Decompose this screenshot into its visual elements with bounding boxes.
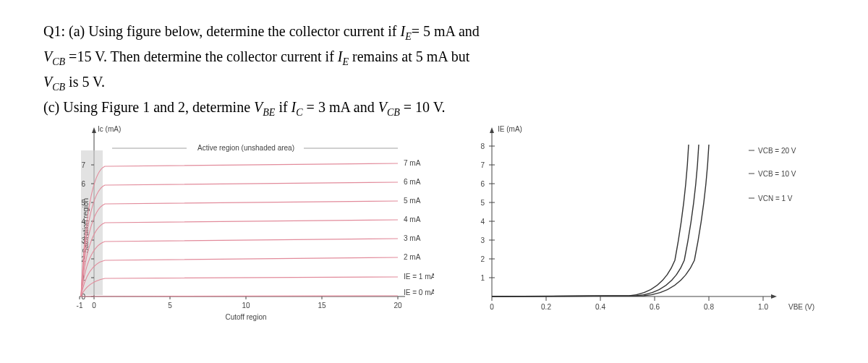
- chart1-curves: [81, 163, 398, 296]
- svg-text:3: 3: [480, 236, 485, 244]
- svg-text:20: 20: [393, 302, 402, 309]
- svg-text:4: 4: [480, 218, 485, 226]
- svg-text:4: 4: [81, 218, 85, 226]
- svg-text:6: 6: [81, 180, 85, 188]
- svg-text:IE = 0 mA: IE = 0 mA: [404, 289, 434, 296]
- chart2-y-ticks: 1 2 3 4 5 6 7 8: [480, 142, 495, 282]
- svg-text:0.2: 0.2: [541, 303, 551, 311]
- svg-text:2 mA: 2 mA: [404, 253, 421, 261]
- svg-text:0: 0: [92, 302, 96, 309]
- chart2-x-ticks: 0 0.2 0.4 0.6 0.8 1.0: [490, 296, 768, 311]
- chart2-curves: [492, 145, 709, 296]
- svg-text:1.0: 1.0: [758, 303, 768, 311]
- chart1-y-label: Ic (mA): [98, 125, 121, 133]
- svg-text:IE = 1 mA: IE = 1 mA: [404, 273, 434, 281]
- svg-text:8: 8: [480, 142, 485, 150]
- svg-text:3 mA: 3 mA: [404, 234, 421, 242]
- question-line-4: (c) Using Figure 1 and 2, determine VBE …: [43, 98, 839, 120]
- svg-text:-1: -1: [77, 302, 83, 309]
- svg-text:7: 7: [480, 161, 485, 169]
- svg-text:0: 0: [490, 303, 494, 311]
- svg-text:0.8: 0.8: [704, 303, 714, 311]
- svg-text:5: 5: [81, 199, 85, 207]
- svg-text:VCN = 1 V: VCN = 1 V: [758, 195, 793, 202]
- svg-text:VCB = 10 V: VCB = 10 V: [758, 170, 796, 178]
- chart2-x-label: VBE (V): [788, 303, 814, 311]
- svg-text:1: 1: [480, 274, 485, 282]
- figure-2: IE (mA) 1 2 3 4 5 6 7 8 0 0.2 0.4: [456, 123, 832, 325]
- svg-text:5 mA: 5 mA: [404, 197, 421, 205]
- chart2-curve-labels: VCB = 20 V VCB = 10 V VCN = 1 V: [749, 147, 796, 202]
- svg-text:6: 6: [480, 180, 485, 188]
- svg-marker-47: [771, 294, 777, 299]
- svg-text:0.6: 0.6: [650, 303, 660, 311]
- chart2-y-label: IE (mA): [498, 125, 522, 133]
- svg-text:5: 5: [168, 302, 172, 309]
- question-line-1: Q1: (a) Using figure below, determine th…: [43, 22, 839, 44]
- svg-text:7: 7: [81, 161, 85, 169]
- svg-text:2: 2: [480, 255, 485, 263]
- chart1-x-ticks: -1 0 5 10 15 20: [77, 296, 402, 309]
- svg-marker-1: [92, 127, 96, 133]
- svg-text:0.4: 0.4: [595, 303, 605, 311]
- active-region-label: Active region (unshaded area): [197, 144, 294, 152]
- svg-text:6 mA: 6 mA: [404, 178, 421, 186]
- svg-text:15: 15: [318, 302, 326, 309]
- svg-text:5: 5: [480, 199, 485, 207]
- svg-text:10: 10: [242, 302, 250, 309]
- svg-text:VCB = 20 V: VCB = 20 V: [758, 147, 796, 155]
- question-line-3: VCB is 5 V.: [43, 72, 839, 95]
- figure-1: Ic (mA) Saturation region 0 1 2 3 4 5 6 …: [43, 123, 434, 325]
- chart1-curve-labels: 7 mA 6 mA 5 mA 4 mA 3 mA 2 mA IE = 1 mA …: [404, 159, 434, 296]
- question-line-2: VCB =15 V. Then determine the collector …: [43, 47, 839, 69]
- cutoff-region-label: Cutoff region: [225, 313, 266, 321]
- svg-text:4 mA: 4 mA: [404, 215, 421, 223]
- svg-marker-44: [490, 127, 494, 133]
- svg-text:7 mA: 7 mA: [404, 159, 421, 167]
